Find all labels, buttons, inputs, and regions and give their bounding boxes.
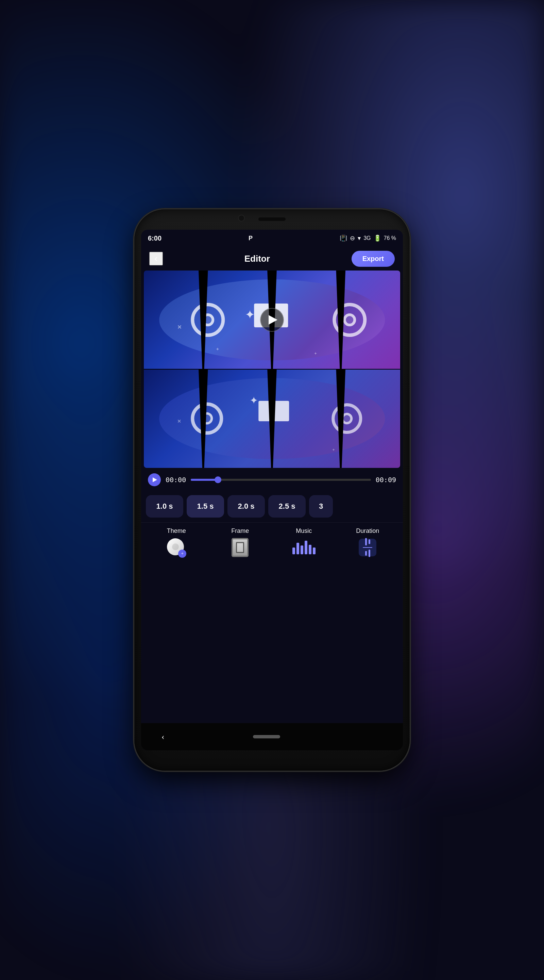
tool-duration-icon-wrap (357, 537, 378, 558)
export-button[interactable]: Export (352, 251, 395, 267)
tool-theme[interactable]: Theme + (156, 527, 197, 558)
duration-label-2: 1.5 s (197, 502, 214, 511)
duration-label-1: 1.0 s (156, 502, 173, 511)
video-preview[interactable]: ✦ ✕ ✕ ✦ ✦ (144, 270, 400, 468)
back-chevron-icon: ‹ (154, 254, 157, 263)
status-bar: 6:00 P 📳 ⊖ ▾ 3G 🔋 76 % (141, 230, 403, 247)
wifi-icon: ▾ (358, 234, 361, 242)
duration-button-4[interactable]: 2.5 s (268, 495, 306, 517)
tool-duration[interactable]: Duration (347, 527, 388, 558)
duration-row: 1.0 s 1.5 s 2.0 s 2.5 s 3 (141, 492, 403, 521)
nav-back-button[interactable]: ‹ (162, 732, 165, 742)
tool-music[interactable]: Music (284, 527, 324, 558)
tool-frame-icon-wrap (230, 537, 250, 558)
play-small-button[interactable] (148, 473, 161, 486)
bottom-tools: Theme + Frame (141, 524, 403, 559)
theme-icon: + (167, 538, 186, 557)
tools-row: Theme + Frame (141, 527, 403, 558)
battery-icon: 🔋 (374, 234, 381, 242)
phone-device: 6:00 P 📳 ⊖ ▾ 3G 🔋 76 % ‹ Editor Export (134, 209, 410, 771)
music-icon (292, 541, 316, 554)
duration-button-3[interactable]: 2.0 s (227, 495, 265, 517)
progress-fill (191, 479, 217, 481)
phone-speaker (259, 218, 285, 221)
duration-button-2[interactable]: 1.5 s (187, 495, 224, 517)
battery-percent: 76 % (384, 235, 396, 241)
tool-theme-icon-wrap: + (166, 537, 187, 558)
video-content: ✦ ✕ ✕ ✦ ✦ (144, 270, 400, 468)
duration-button-1[interactable]: 1.0 s (146, 495, 183, 517)
duration-label-4: 2.5 s (279, 502, 295, 511)
home-pill[interactable] (253, 735, 280, 738)
time-total: 00:09 (376, 476, 396, 484)
tool-music-icon-wrap (294, 537, 314, 558)
duration-icon (359, 539, 376, 556)
back-button[interactable]: ‹ (149, 252, 163, 266)
tool-theme-label: Theme (167, 527, 186, 535)
phone-camera (238, 215, 245, 221)
status-time: 6:00 (148, 234, 162, 242)
bottom-nav: ‹ (141, 723, 403, 750)
tool-frame-label: Frame (231, 527, 249, 535)
progress-row: 00:00 00:09 (148, 473, 396, 486)
duration-button-5[interactable]: 3 (309, 495, 333, 517)
progress-bar[interactable] (191, 479, 371, 481)
signal-label: 3G (363, 235, 371, 241)
play-small-icon (153, 477, 157, 482)
minus-circle-icon: ⊖ (350, 234, 355, 242)
status-icons: 📳 ⊖ ▾ 3G 🔋 76 % (339, 234, 396, 242)
page-title: Editor (244, 253, 270, 264)
progress-thumb[interactable] (214, 476, 221, 483)
vibrate-icon: 📳 (339, 234, 347, 242)
tool-frame[interactable]: Frame (220, 527, 260, 558)
play-icon (269, 315, 278, 325)
duration-label-5: 3 (319, 502, 323, 511)
duration-label-3: 2.0 s (238, 502, 255, 511)
progress-section: 00:00 00:09 (141, 468, 403, 492)
separator (141, 522, 403, 523)
phone-screen: 6:00 P 📳 ⊖ ▾ 3G 🔋 76 % ‹ Editor Export (141, 230, 403, 750)
app-toolbar: ‹ Editor Export (141, 247, 403, 270)
time-current: 00:00 (166, 476, 186, 484)
tool-duration-label: Duration (356, 527, 379, 535)
play-button[interactable] (260, 308, 284, 332)
parking-icon: P (249, 235, 253, 242)
tool-music-label: Music (296, 527, 312, 535)
frame-icon (232, 538, 249, 557)
